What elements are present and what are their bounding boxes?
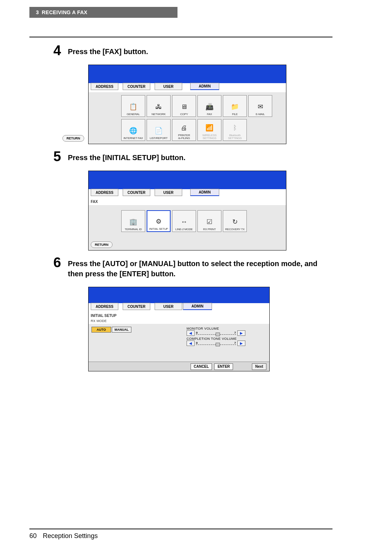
breadcrumb: INITIAL SETUP xyxy=(89,312,269,319)
tab-address[interactable]: ADDRESS xyxy=(91,303,118,310)
tab-admin[interactable]: ADMIN xyxy=(190,189,219,196)
btn-initial-setup[interactable]: ⚙INITIAL SETUP xyxy=(147,210,171,232)
btn-line2-mode[interactable]: ↔LINE-2 MODE xyxy=(172,210,196,232)
btn-next[interactable]: Next xyxy=(252,363,266,370)
btn-list-report[interactable]: 📄LIST/REPORT xyxy=(147,119,171,141)
bluetooth-icon: ᛒ xyxy=(228,122,241,133)
initial-setup-icon: ⚙ xyxy=(152,216,165,227)
tab-counter[interactable]: COUNTER xyxy=(123,303,150,310)
return-button[interactable]: RETURN xyxy=(91,241,113,248)
general-icon: 📋 xyxy=(127,101,140,112)
network-icon: 🖧 xyxy=(152,101,165,112)
btn-manual[interactable]: MANUAL xyxy=(112,327,131,333)
tab-user[interactable]: USER xyxy=(155,83,182,90)
page-footer: 60 Reception Settings xyxy=(29,532,98,540)
btn-terminal-id[interactable]: 🏢TERMINAL ID xyxy=(121,210,145,232)
file-icon: 📁 xyxy=(228,101,241,112)
chapter-title: RECEIVING A FAX xyxy=(42,9,87,15)
rule-top xyxy=(29,37,332,37)
btn-copy[interactable]: 🖥COPY xyxy=(172,95,196,117)
tab-admin[interactable]: ADMIN xyxy=(183,303,212,310)
printer-icon: 🖨 xyxy=(177,122,191,133)
chapter-header: 3 RECEIVING A FAX xyxy=(29,7,177,18)
tab-admin[interactable]: ADMIN xyxy=(190,83,219,90)
step6-text: Press the [AUTO] or [MANUAL] button to s… xyxy=(68,258,333,279)
wireless-icon: 📶 xyxy=(203,122,216,133)
recovery-tx-icon: ↻ xyxy=(228,216,241,227)
btn-auto[interactable]: AUTO xyxy=(91,327,111,333)
completion-volume-slider[interactable]: 07 xyxy=(196,341,236,346)
list-report-icon: 📄 xyxy=(152,125,165,136)
line2-icon: ↔ xyxy=(177,216,191,227)
tab-address[interactable]: ADDRESS xyxy=(91,83,118,90)
step5-text: Press the [INITIAL SETUP] button. xyxy=(68,152,333,163)
btn-bluetooth: ᛒBluetooth SETTINGS xyxy=(223,119,247,141)
tab-user[interactable]: USER xyxy=(155,189,182,196)
btn-volume-down[interactable]: ◀ xyxy=(187,330,195,336)
tab-user[interactable]: USER xyxy=(155,303,182,310)
tab-counter[interactable]: COUNTER xyxy=(123,83,150,90)
footer-title: Reception Settings xyxy=(43,532,98,539)
btn-recovery-tx[interactable]: ↻RECOVERY TX xyxy=(223,210,247,232)
email-icon: ✉ xyxy=(254,101,267,112)
btn-fax[interactable]: 📠FAX xyxy=(197,95,221,117)
btn-volume-down[interactable]: ◀ xyxy=(187,341,195,346)
btn-general[interactable]: 📋GENERAL xyxy=(121,95,145,117)
rx-mode-label: RX MODE xyxy=(89,319,269,324)
chapter-num: 3 xyxy=(36,9,39,15)
rule-bottom xyxy=(29,529,332,529)
step5-screenshot: ADDRESS COUNTER USER ADMIN FAX 🏢TERMINAL… xyxy=(88,171,286,250)
step4-screenshot: ADDRESS COUNTER USER ADMIN 📋GENERAL 🖧NET… xyxy=(88,65,286,144)
step4-number: 4 xyxy=(53,43,61,58)
btn-enter[interactable]: ENTER xyxy=(214,363,233,370)
btn-printer-efiling[interactable]: 🖨PRINTER /e-FILING xyxy=(172,119,196,141)
terminal-id-icon: 🏢 xyxy=(127,216,140,227)
copy-icon: 🖥 xyxy=(177,101,191,112)
rx-print-icon: ☑ xyxy=(203,216,216,227)
step4-text: Press the [FAX] button. xyxy=(68,46,333,57)
tab-counter[interactable]: COUNTER xyxy=(123,189,150,196)
completion-tone-label: COMPLETION TONE VOLUME xyxy=(187,337,245,341)
monitor-volume-slider[interactable]: 07 xyxy=(196,331,236,335)
tab-address[interactable]: ADDRESS xyxy=(91,189,118,196)
page-number: 60 xyxy=(29,532,37,539)
step5-number: 5 xyxy=(53,149,61,164)
btn-rx-print[interactable]: ☑RX PRINT xyxy=(197,210,221,232)
btn-volume-up[interactable]: ▶ xyxy=(237,330,245,336)
btn-internet-fax[interactable]: 🌐INTERNET FAX xyxy=(121,119,145,141)
btn-volume-up[interactable]: ▶ xyxy=(237,341,245,346)
step6-screenshot: ADDRESS COUNTER USER ADMIN INITIAL SETUP… xyxy=(88,287,270,371)
return-button[interactable]: RETURN xyxy=(62,135,84,142)
btn-network[interactable]: 🖧NETWORK xyxy=(147,95,171,117)
btn-email[interactable]: ✉E-MAIL xyxy=(248,95,272,117)
btn-wireless: 📶WIRELESS SETTINGS xyxy=(197,119,221,141)
step6-number: 6 xyxy=(53,255,61,270)
monitor-volume-label: MONITOR VOLUME xyxy=(187,327,245,330)
fax-icon: 📠 xyxy=(203,101,216,112)
internet-fax-icon: 🌐 xyxy=(127,125,140,136)
btn-cancel[interactable]: CANCEL xyxy=(191,363,212,370)
breadcrumb: FAX xyxy=(89,198,286,205)
btn-file[interactable]: 📁FILE xyxy=(223,95,247,117)
